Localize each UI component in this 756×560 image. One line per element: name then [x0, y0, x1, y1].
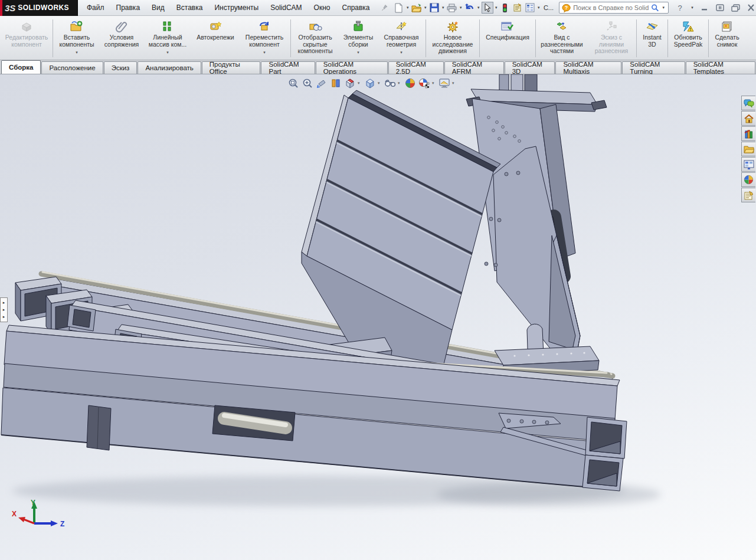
print-caret[interactable]: ▾: [459, 5, 463, 10]
help-caret[interactable]: ▾: [690, 5, 695, 10]
view-palette-icon[interactable]: [741, 157, 755, 172]
reference-geometry-icon: [395, 20, 408, 33]
forum-icon[interactable]: [741, 96, 755, 110]
dropdown-caret[interactable]: ▾: [357, 49, 359, 56]
view-orientation-caret[interactable]: ▾: [358, 81, 362, 86]
new-document-icon[interactable]: [393, 2, 405, 14]
close-icon[interactable]: [745, 3, 756, 12]
open-caret[interactable]: ▾: [423, 5, 428, 10]
headsup-toolbar: ▾ ▾ ▾ ▾ ▾: [287, 76, 456, 90]
display-style-icon[interactable]: [364, 77, 376, 89]
triad-y-label: Y: [31, 499, 35, 507]
resources-home-icon[interactable]: [741, 111, 755, 126]
tab-solidcam-3d[interactable]: SolidCAM 3D: [505, 61, 555, 74]
view-orientation-icon[interactable]: [343, 77, 356, 89]
orientation-triad: Y Z X: [11, 498, 76, 542]
hide-show-caret[interactable]: ▾: [398, 81, 402, 86]
cascade-windows-button[interactable]: [730, 3, 741, 12]
hide-show-items-icon[interactable]: [384, 77, 396, 89]
menu-help[interactable]: Справка: [336, 1, 375, 14]
help-balloon-icon: ?: [562, 4, 571, 12]
design-library-icon[interactable]: [741, 126, 755, 141]
new-doc-caret[interactable]: ▾: [405, 5, 410, 10]
exploded-view-button[interactable]: Вид с разнесенными частями: [536, 17, 587, 60]
motion-study-button[interactable]: Новое исследование движения: [427, 17, 479, 60]
view-settings-caret[interactable]: ▾: [432, 81, 436, 86]
update-speedpak-button[interactable]: ! Обновить SpeedPak: [669, 17, 708, 60]
options-list-icon[interactable]: [524, 2, 536, 14]
previous-view-icon[interactable]: [315, 77, 328, 89]
tab-solidcam-25d[interactable]: SolidCAM 2.5D: [388, 61, 444, 74]
menu-window[interactable]: Окно: [309, 1, 336, 14]
select-caret[interactable]: ▾: [494, 5, 499, 10]
rebuild-traffic-light-icon[interactable]: [499, 2, 511, 14]
bom-icon: [500, 20, 515, 33]
tab-assembly[interactable]: Сборка: [1, 60, 41, 74]
open-icon[interactable]: [411, 2, 423, 14]
tab-solidcam-multiaxis[interactable]: SolidCAM Multiaxis: [555, 61, 621, 74]
instant3d-button[interactable]: Instant 3D: [637, 17, 667, 60]
tab-solidcam-part[interactable]: SolidCAM Part: [261, 61, 315, 74]
camera-view-icon[interactable]: [438, 77, 450, 89]
help-icon[interactable]: ?: [675, 3, 685, 12]
search-caret[interactable]: ▾: [661, 5, 666, 10]
print-icon[interactable]: [446, 2, 458, 14]
view-settings-icon[interactable]: [418, 77, 430, 89]
undo-caret[interactable]: ▾: [476, 5, 481, 10]
take-snapshot-button[interactable]: Сделать снимок: [709, 17, 745, 60]
menu-insert[interactable]: Вставка: [171, 1, 208, 14]
dropdown-caret[interactable]: ▾: [263, 49, 266, 56]
dropdown-caret[interactable]: ▾: [76, 49, 78, 56]
section-view-icon[interactable]: [329, 77, 342, 89]
search-input[interactable]: [573, 4, 649, 11]
menu-file[interactable]: Файл: [81, 1, 110, 14]
svg-text:?: ?: [565, 4, 568, 10]
tab-office-products[interactable]: Продукты Office: [202, 61, 261, 74]
restore-button[interactable]: [715, 3, 725, 12]
menu-edit[interactable]: Правка: [111, 1, 146, 14]
pin-menu-icon[interactable]: [381, 3, 388, 12]
file-explorer-icon[interactable]: [741, 142, 755, 156]
dropdown-caret[interactable]: ▾: [166, 49, 169, 56]
mates-button[interactable]: Условия сопряжения: [100, 17, 143, 60]
bom-button[interactable]: Спецификация: [480, 17, 535, 60]
tab-solidcam-afrm[interactable]: SolidCAM AFRM: [444, 61, 504, 74]
take-snapshot-icon: [721, 20, 733, 33]
feature-tree-flyout[interactable]: ▸ ▸ ▸: [0, 297, 8, 322]
tab-solidcam-operations[interactable]: SolidCAM Operations: [316, 61, 388, 74]
community-truncated-label[interactable]: C...: [544, 4, 554, 11]
tab-solidcam-turning[interactable]: SolidCAM Turning: [622, 61, 685, 74]
tab-evaluate[interactable]: Анализировать: [138, 61, 201, 74]
display-style-caret[interactable]: ▾: [378, 81, 382, 86]
tab-layout[interactable]: Расположение: [41, 61, 103, 74]
apply-scene-icon[interactable]: [404, 77, 416, 89]
graphics-area[interactable]: ▾ ▾ ▾ ▾ ▾ ▸: [0, 74, 756, 560]
zoom-to-fit-icon[interactable]: [287, 77, 299, 89]
search-magnifier-icon[interactable]: [651, 4, 659, 12]
save-caret[interactable]: ▾: [441, 5, 446, 10]
menu-tools[interactable]: Инструменты: [209, 1, 264, 14]
appearances-icon[interactable]: [741, 172, 755, 187]
camera-view-caret[interactable]: ▾: [452, 81, 456, 86]
reference-geometry-button[interactable]: Справочная геометрия ▾: [378, 17, 425, 60]
menu-solidcam[interactable]: SolidCAM: [265, 1, 307, 14]
tab-solidcam-templates[interactable]: SolidCAM Templates: [686, 61, 755, 74]
tab-sketch[interactable]: Эскиз: [104, 61, 138, 74]
custom-properties-icon[interactable]: [741, 188, 755, 202]
assembly-features-button[interactable]: Элементы сборки ▾: [339, 17, 378, 60]
select-cursor-icon[interactable]: [482, 2, 493, 14]
menu-view[interactable]: Вид: [146, 1, 170, 14]
smart-fasteners-button[interactable]: Автокрепежи: [192, 17, 239, 60]
insert-components-button[interactable]: Вставить компоненты ▾: [54, 17, 100, 60]
zoom-to-area-icon[interactable]: [301, 77, 313, 89]
file-properties-icon[interactable]: [512, 2, 523, 14]
save-icon[interactable]: [428, 2, 440, 14]
options-caret[interactable]: ▾: [536, 5, 541, 10]
dropdown-caret[interactable]: ▾: [400, 49, 402, 56]
model-canvas[interactable]: [0, 74, 756, 560]
linear-pattern-button[interactable]: Линейный массив ком... ▾: [143, 17, 192, 60]
move-component-button[interactable]: Переместить компонент ▾: [239, 17, 290, 60]
minimize-button[interactable]: [699, 3, 710, 12]
show-hidden-components-button[interactable]: Отобразить скрытые компоненты: [292, 17, 339, 60]
undo-icon[interactable]: [464, 2, 476, 14]
